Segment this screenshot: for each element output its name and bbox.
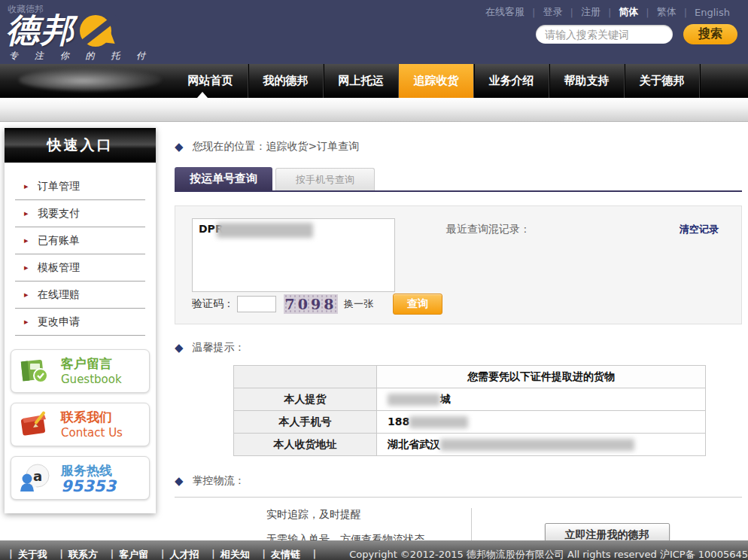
widget-subtitle: Contact Us	[61, 425, 123, 440]
top-utility-links: 在线客服| 登录| 注册| 简体| 繁体| English	[478, 5, 737, 19]
bullet-icon: ▸	[24, 263, 29, 272]
nav-help[interactable]: 帮助支持	[549, 64, 625, 98]
footer-link-about[interactable]: 关于我们	[13, 548, 60, 560]
pickup-value: 城	[440, 393, 451, 405]
widget-title: 客户留言	[61, 355, 122, 372]
tips-heading: 温馨提示：	[193, 341, 245, 355]
widget-subtitle: Guestbook	[61, 372, 122, 387]
lang-english[interactable]: English	[687, 7, 737, 18]
lang-simplified[interactable]: 简体	[611, 5, 646, 19]
sidebar-item-change-request[interactable]: ▸更改申请	[15, 309, 145, 336]
footer-links: | 关于我们| 联系方式| 客户留言| 人才招聘| 相关知识| 友情链接|	[9, 548, 316, 560]
nav-track-receive[interactable]: 追踪收货	[399, 64, 474, 98]
widget-title: 服务热线	[61, 462, 116, 479]
bullet-icon: ▸	[24, 236, 29, 245]
nav-services[interactable]: 业务介绍	[474, 64, 549, 98]
row-label: 本人提货	[234, 388, 377, 411]
redacted-value	[440, 439, 634, 451]
table-row: 本人手机号 188	[234, 411, 706, 434]
service-hotline-widget[interactable]: a 服务热线 95353	[11, 456, 150, 500]
address-value: 湖北省武汉	[388, 438, 440, 450]
page: 收藏德邦 德邦 专 注 你 的 托 付 在线客服| 登录| 注册| 简体| 繁体…	[0, 0, 748, 560]
diamond-icon: ◆	[175, 474, 184, 488]
svg-text:a: a	[33, 468, 42, 484]
captcha-label: 验证码：	[192, 297, 234, 311]
sidebar-item-pay[interactable]: ▸我要支付	[15, 200, 145, 227]
footer-link-friendly-links[interactable]: 友情链接	[266, 548, 313, 560]
guestbook-icon	[17, 354, 52, 388]
logo[interactable]: 德邦	[6, 14, 113, 48]
breadcrumb-text: 您现在的位置：追踪收货>订单查询	[193, 140, 360, 154]
nav-home[interactable]: 网站首页	[173, 64, 248, 98]
clear-records-link[interactable]: 清空记录	[680, 223, 719, 236]
nav-cloud-decoration	[19, 68, 162, 91]
table-row: 本人收货地址 湖北省武汉	[234, 434, 706, 456]
header: 收藏德邦 德邦 专 注 你 的 托 付 在线客服| 登录| 注册| 简体| 繁体…	[0, 0, 748, 64]
link-login[interactable]: 登录	[535, 5, 570, 19]
logo-text: 德邦	[6, 14, 75, 47]
bullet-icon: ▸	[24, 290, 29, 300]
table-row: 您需要凭以下证件提取进的货物	[234, 366, 706, 388]
tips-table-header: 您需要凭以下证件提取进的货物	[377, 366, 706, 388]
nav-items: 网站首页 我的德邦 网上托运 追踪收货 业务介绍 帮助支持 关于德邦	[173, 64, 700, 98]
nav-about[interactable]: 关于德邦	[625, 64, 700, 98]
tracking-number-input[interactable]: DPR	[192, 218, 395, 292]
bullet-icon: ▸	[24, 317, 29, 327]
tips-table: 您需要凭以下证件提取进的货物 本人提货 城 本人手机号 188 本人收货地址 湖…	[233, 365, 706, 456]
lang-traditional[interactable]: 繁体	[649, 5, 684, 19]
table-row: 本人提货 城	[234, 388, 706, 411]
captcha-refresh-link[interactable]: 换一张	[344, 297, 373, 311]
footer-link-careers[interactable]: 人才招聘	[165, 548, 212, 560]
recent-query-label: 最近查询混记录：	[446, 223, 531, 236]
bullet-icon: ▸	[24, 181, 29, 191]
sidebar-item-online-claims[interactable]: ▸在线理赔	[15, 282, 145, 309]
sub-header-strip	[0, 98, 748, 122]
captcha-input[interactable]	[237, 296, 276, 312]
guestbook-widget[interactable]: 客户留言 Guestbook	[11, 349, 150, 393]
logo-arrow-icon	[78, 14, 113, 48]
sidebar-item-order-management[interactable]: ▸订单管理	[15, 173, 145, 200]
redacted-value	[388, 394, 440, 406]
main-content: ◆ 您现在的位置：追踪收货>订单查询 按运单号查询 按手机号查询 DPR 最近查…	[175, 128, 742, 560]
link-online-service[interactable]: 在线客服	[478, 5, 532, 19]
row-label: 本人手机号	[234, 411, 377, 434]
hotline-avatar-icon: a	[17, 461, 52, 495]
captcha-row: 验证码： 7098 换一张 查询	[192, 294, 442, 315]
captcha-image[interactable]: 7098	[284, 294, 338, 314]
logistics-heading: 掌控物流：	[193, 474, 245, 488]
nav-online-shipping[interactable]: 网上托运	[324, 64, 399, 98]
contact-book-icon	[17, 407, 52, 442]
footer-link-knowledge[interactable]: 相关知识	[215, 548, 263, 560]
search-button[interactable]: 搜索	[683, 24, 737, 44]
search-input[interactable]	[536, 25, 673, 44]
sidebar-widgets: 客户留言 Guestbook 联系我们 Contact Us	[5, 340, 156, 500]
row-label: 本人收货地址	[234, 434, 377, 456]
tab-by-phone[interactable]: 按手机号查询	[275, 168, 375, 190]
diamond-icon: ◆	[175, 140, 184, 154]
sidebar-item-templates[interactable]: ▸模板管理	[15, 254, 145, 282]
sidebar-menu: ▸订单管理 ▸我要支付 ▸已有账单 ▸模板管理 ▸在线理赔 ▸更改申请	[5, 163, 156, 340]
sidebar: 快速入口 ▸订单管理 ▸我要支付 ▸已有账单 ▸模板管理 ▸在线理赔 ▸更改申请…	[5, 128, 156, 513]
nav-my-deppon[interactable]: 我的德邦	[248, 64, 324, 98]
divider	[175, 497, 742, 498]
diamond-icon: ◆	[175, 341, 184, 355]
breadcrumb: ◆ 您现在的位置：追踪收货>订单查询	[175, 140, 742, 154]
link-register[interactable]: 注册	[573, 5, 608, 19]
redacted-tracking-number	[217, 223, 313, 238]
tips-section: ◆ 温馨提示： 您需要凭以下证件提取进的货物 本人提货 城 本人手机号 188 …	[175, 341, 742, 456]
bullet-icon: ▸	[24, 208, 29, 218]
nav-pointer-triangle-icon	[197, 92, 208, 98]
footer-link-guestbook[interactable]: 客户留言	[114, 548, 161, 560]
feature-item: 实时追踪，及时提醒	[266, 508, 424, 522]
footer-link-contact[interactable]: 联系方式	[63, 548, 111, 560]
query-tabs: 按运单号查询 按手机号查询	[175, 167, 742, 192]
main-navbar: 网站首页 我的德邦 网上托运 追踪收货 业务介绍 帮助支持 关于德邦	[0, 64, 748, 98]
redacted-value	[409, 416, 468, 428]
query-button[interactable]: 查询	[393, 294, 442, 315]
contact-us-widget[interactable]: 联系我们 Contact Us	[11, 403, 150, 446]
phone-value: 188	[388, 415, 409, 428]
tab-by-waybill[interactable]: 按运单号查询	[175, 167, 272, 190]
sidebar-title: 快速入口	[5, 128, 156, 163]
widget-title: 联系我们	[61, 409, 123, 425]
sidebar-item-bills[interactable]: ▸已有账单	[15, 227, 145, 254]
